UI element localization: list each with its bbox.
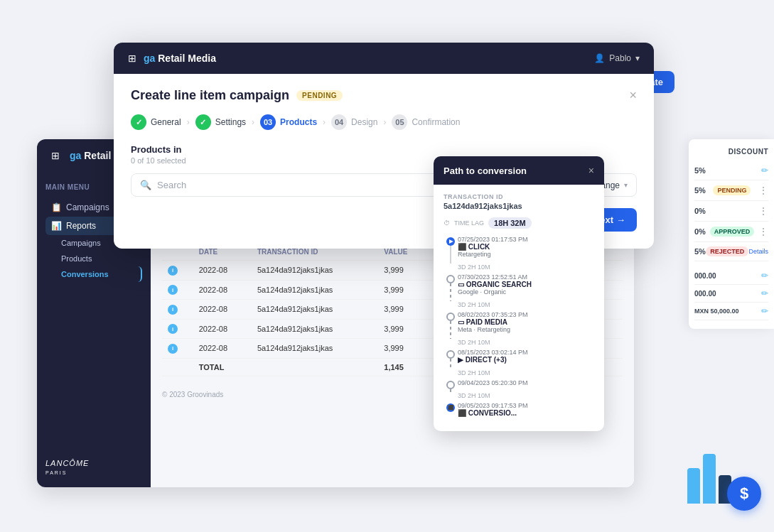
value-cell: 3,999 <box>378 319 429 339</box>
ptc-txid: 5a124da912jaks1jkas <box>444 202 594 210</box>
ptc-timelag-row: ⏱ TIME LAG 18H 32M <box>444 217 594 229</box>
tx-cell: 5a124da912jaks1jkas <box>252 300 378 320</box>
campaigns-label: Campaigns <box>66 202 109 212</box>
tl-sub-2: Google · Organic <box>458 288 594 295</box>
ptc-title: Path to conversion <box>444 165 527 176</box>
status-badge-rejected: REJECTED <box>706 246 748 256</box>
step-4-label: Design <box>351 117 377 127</box>
reports-label: Reports <box>66 221 96 231</box>
timeline-line-4 <box>450 359 451 369</box>
step-general: ✓ General <box>131 114 181 130</box>
discount-row-5: 5% REJECTED Details <box>694 242 768 261</box>
timeline-line-2 <box>450 283 451 301</box>
step-confirmation: 05 Confirmation <box>392 114 460 130</box>
status-badge-approved: APPROVED <box>710 227 755 237</box>
date-cell: 2022-08 <box>193 261 252 281</box>
sidebar-sub-products[interactable]: Products <box>45 251 142 266</box>
timeline-item-organic: 07/30/2023 12:52:51 AM ▭ ORGANIC SEARCH … <box>458 273 594 295</box>
info-dot: i <box>168 324 178 334</box>
step-4-circle: 04 <box>331 114 347 130</box>
discount-val-2: 5% <box>694 186 706 195</box>
timeline-item-conversion: ⬛ 09/05/2023 09:17:53 PM ⬛ CONVERSIO... <box>458 402 594 417</box>
path-to-conversion-panel: Path to conversion × TRANSACTION ID 5a12… <box>434 156 604 431</box>
tl-sub-3: Meta · Retargeting <box>458 326 594 333</box>
timeline-item-click: ▶ 07/25/2023 01:17:53 PM ⬛ CLICK Retarge… <box>458 236 594 258</box>
modal-user: 👤 Pablo ▾ <box>594 53 640 63</box>
value-cell: 3,999 <box>378 280 429 300</box>
direct-dot <box>446 350 455 359</box>
step-5-circle: 05 <box>392 114 407 130</box>
modal-logo: ga Retail Media <box>144 53 216 64</box>
tl-date-5: 09/04/2023 05:20:30 PM <box>458 379 594 386</box>
ptc-header: Path to conversion × <box>434 156 604 185</box>
ptc-timelag-label: TIME LAG <box>454 219 484 227</box>
step-2-label: Settings <box>215 117 246 127</box>
modal-username: Pablo <box>609 53 631 63</box>
discount-row-2: 5% PENDING ⋮ <box>694 180 768 201</box>
discount-val-1: 5% <box>694 166 706 175</box>
brand-footer: LANCÔMEPARIS <box>45 459 89 476</box>
ptc-timelag-icon: ⏱ <box>444 219 450 227</box>
discount-row-3: 0% ⋮ <box>694 201 768 222</box>
tl-event-4: ▶ DIRECT (+3) <box>458 356 594 364</box>
info-cell: i <box>162 319 193 339</box>
tl-event-1: ⬛ CLICK <box>458 243 594 251</box>
stepper: ✓ General › ✓ Settings › 03 Products › 0… <box>131 114 637 130</box>
timeline-line-5 <box>450 389 451 392</box>
ptc-close-button[interactable]: × <box>588 165 594 176</box>
arrow-4: › <box>383 117 386 127</box>
paid-dot <box>446 313 455 321</box>
tl-sub-1: Retargeting <box>458 251 594 258</box>
step-5-label: Confirmation <box>412 117 460 127</box>
info-dot: i <box>168 344 178 354</box>
sidebar-sub-conversions[interactable]: Conversions <box>45 266 142 282</box>
edit-icon-2[interactable]: ✏ <box>761 271 768 281</box>
tl-gap-4: 3D 2H 10M <box>458 369 594 376</box>
discount-row-1: 5% ✏ <box>694 161 768 180</box>
discount-header: DISCOUNT <box>694 148 768 156</box>
amount-row-3: MXN 50,000.00 ✏ <box>694 303 768 320</box>
tl-gap-3: 3D 2H 10M <box>458 339 594 346</box>
arrow-3: › <box>323 117 326 127</box>
step-1-circle: ✓ <box>131 114 146 130</box>
edit-icon-3[interactable]: ✏ <box>761 288 768 298</box>
step-settings: ✓ Settings <box>195 114 246 130</box>
close-button[interactable]: × <box>629 88 637 103</box>
timeline-item-direct: 08/15/2023 03:02:14 PM ▶ DIRECT (+3) <box>458 349 594 364</box>
step-3-circle: 03 <box>260 114 276 130</box>
more-icon-3[interactable]: ⋮ <box>758 226 768 237</box>
modal-header: ⊞ ga Retail Media 👤 Pablo ▾ <box>114 43 654 74</box>
amount-val-1: 000.00 <box>694 272 716 280</box>
info-dot: i <box>168 285 178 295</box>
details-link[interactable]: Details <box>748 248 768 255</box>
campaigns-icon: 📋 <box>51 202 62 212</box>
ptc-body: TRANSACTION ID 5a124da912jaks1jkas ⏱ TIM… <box>434 185 604 431</box>
chart-bar-2 <box>703 454 716 504</box>
more-icon-1[interactable]: ⋮ <box>758 185 768 196</box>
edit-icon-1[interactable]: ✏ <box>761 165 768 175</box>
chart-bar-1 <box>687 468 700 504</box>
modal-title: Create line item campaign <box>131 88 289 103</box>
amount-val-3: MXN 50,000.00 <box>694 308 739 315</box>
total-value: 1,145 <box>378 358 429 376</box>
more-icon-2[interactable]: ⋮ <box>758 205 768 217</box>
user-icon: 👤 <box>594 53 605 63</box>
total-label: TOTAL <box>193 358 379 376</box>
discount-val-4: 0% <box>694 227 706 236</box>
step-3-label: Products <box>280 117 317 127</box>
edit-icon-4[interactable]: ✏ <box>761 306 768 316</box>
tl-event-6: ⬛ CONVERSIO... <box>458 409 594 417</box>
tl-date-1: 07/25/2023 01:17:53 PM <box>458 236 594 243</box>
conversion-dot: ⬛ <box>446 403 455 412</box>
amount-row-2: 000.00 ✏ <box>694 285 768 303</box>
timeline: ▶ 07/25/2023 01:17:53 PM ⬛ CLICK Retarge… <box>444 236 594 417</box>
grid-icon: ⊞ <box>128 53 136 64</box>
tx-cell: 5a124da912jaks1jkas <box>252 339 378 359</box>
step-products: 03 Products <box>260 114 317 130</box>
tl-date-4: 08/15/2023 03:02:14 PM <box>458 349 594 356</box>
grid-icon: ⊞ <box>51 150 60 161</box>
reports-icon: 📊 <box>51 221 62 231</box>
tl-date-6: 09/05/2023 09:17:53 PM <box>458 402 594 409</box>
tl-event-2: ▭ ORGANIC SEARCH <box>458 281 594 288</box>
timeline-line-3 <box>450 321 451 339</box>
